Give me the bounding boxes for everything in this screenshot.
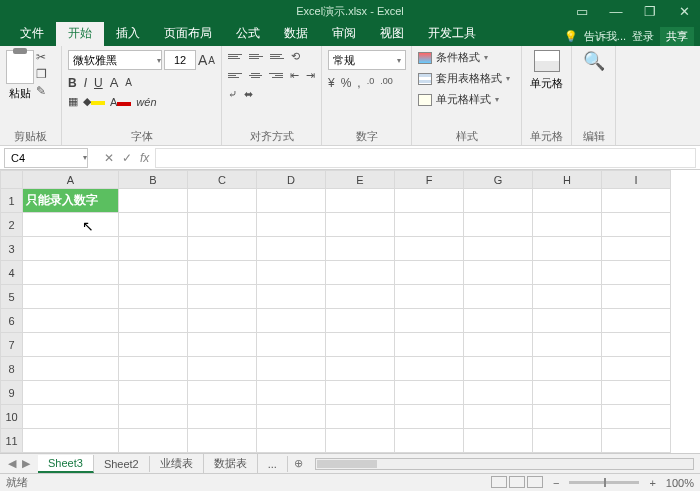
cell-C4[interactable] (188, 261, 257, 285)
cell-B8[interactable] (119, 357, 188, 381)
cell-G11[interactable] (464, 429, 533, 453)
tab-home[interactable]: 开始 (56, 21, 104, 46)
row-header-1[interactable]: 1 (1, 189, 23, 213)
cell-E8[interactable] (326, 357, 395, 381)
italic-button[interactable]: I (84, 76, 87, 90)
add-sheet-icon[interactable]: ⊕ (288, 457, 309, 470)
sheet-tab-more[interactable]: ... (258, 456, 288, 472)
cell-G8[interactable] (464, 357, 533, 381)
cell-A10[interactable] (23, 405, 119, 429)
row-header-3[interactable]: 3 (1, 237, 23, 261)
cell-D9[interactable] (257, 381, 326, 405)
cell-E7[interactable] (326, 333, 395, 357)
cell-I4[interactable] (602, 261, 671, 285)
number-format-select[interactable]: 常规▾ (328, 50, 406, 70)
zoom-level[interactable]: 100% (666, 477, 694, 489)
row-header-10[interactable]: 10 (1, 405, 23, 429)
paste-icon[interactable] (6, 50, 34, 84)
cell-G1[interactable] (464, 189, 533, 213)
col-header-H[interactable]: H (533, 171, 602, 189)
horizontal-scrollbar[interactable] (315, 458, 694, 470)
cell-I3[interactable] (602, 237, 671, 261)
align-left-icon[interactable] (228, 69, 242, 81)
cell-D8[interactable] (257, 357, 326, 381)
align-bottom-icon[interactable] (270, 50, 284, 62)
cell-A2[interactable] (23, 213, 119, 237)
indent-dec-icon[interactable]: ⇤ (290, 69, 299, 82)
tab-file[interactable]: 文件 (8, 21, 56, 46)
formula-bar[interactable] (155, 148, 696, 168)
cell-B5[interactable] (119, 285, 188, 309)
cell-H8[interactable] (533, 357, 602, 381)
cell-A9[interactable] (23, 381, 119, 405)
cell-E3[interactable] (326, 237, 395, 261)
cell-H2[interactable] (533, 213, 602, 237)
tab-developer[interactable]: 开发工具 (416, 21, 488, 46)
col-header-A[interactable]: A (23, 171, 119, 189)
cell-C11[interactable] (188, 429, 257, 453)
align-right-icon[interactable] (269, 69, 283, 81)
row-header-11[interactable]: 11 (1, 429, 23, 453)
tab-data[interactable]: 数据 (272, 21, 320, 46)
cell-D7[interactable] (257, 333, 326, 357)
cell-A5[interactable] (23, 285, 119, 309)
cell-G6[interactable] (464, 309, 533, 333)
cell-B6[interactable] (119, 309, 188, 333)
align-middle-icon[interactable] (249, 50, 263, 62)
font-size-select[interactable]: 12 (164, 50, 196, 70)
fill-color-button[interactable]: ◆ (83, 95, 105, 108)
sheet-tab-perf[interactable]: 业绩表 (150, 454, 204, 473)
tab-formulas[interactable]: 公式 (224, 21, 272, 46)
cell-C7[interactable] (188, 333, 257, 357)
cell-E4[interactable] (326, 261, 395, 285)
phonetic-icon[interactable]: wén (136, 96, 156, 108)
zoom-slider[interactable] (569, 481, 639, 484)
cell-B7[interactable] (119, 333, 188, 357)
cell-F6[interactable] (395, 309, 464, 333)
col-header-I[interactable]: I (602, 171, 671, 189)
cell-C8[interactable] (188, 357, 257, 381)
find-icon[interactable]: 🔍 (578, 50, 609, 72)
cell-G2[interactable] (464, 213, 533, 237)
cell-A3[interactable] (23, 237, 119, 261)
cancel-formula-icon[interactable]: ✕ (104, 151, 114, 165)
cell-B10[interactable] (119, 405, 188, 429)
cell-A8[interactable] (23, 357, 119, 381)
cell-F9[interactable] (395, 381, 464, 405)
cell-D4[interactable] (257, 261, 326, 285)
cell-F4[interactable] (395, 261, 464, 285)
col-header-F[interactable]: F (395, 171, 464, 189)
cell-I10[interactable] (602, 405, 671, 429)
wrap-text-icon[interactable]: ⤶ (228, 88, 237, 101)
name-box[interactable]: C4▾ (4, 148, 88, 168)
cell-H6[interactable] (533, 309, 602, 333)
cell-I5[interactable] (602, 285, 671, 309)
cell-F1[interactable] (395, 189, 464, 213)
maximize-icon[interactable]: ❐ (634, 4, 666, 19)
worksheet-grid[interactable]: ABCDEFGHI1只能录入数字234567891011 (0, 170, 671, 453)
cell-B1[interactable] (119, 189, 188, 213)
format-as-table-button[interactable]: 套用表格格式▾ (418, 71, 515, 86)
cell-C10[interactable] (188, 405, 257, 429)
minimize-icon[interactable]: — (600, 4, 632, 19)
cell-I6[interactable] (602, 309, 671, 333)
cell-H11[interactable] (533, 429, 602, 453)
tell-me[interactable]: 告诉我... (584, 29, 626, 44)
cell-H3[interactable] (533, 237, 602, 261)
cell-F11[interactable] (395, 429, 464, 453)
row-header-5[interactable]: 5 (1, 285, 23, 309)
cell-D2[interactable] (257, 213, 326, 237)
copy-icon[interactable]: ❐ (36, 67, 47, 81)
cell-C2[interactable] (188, 213, 257, 237)
col-header-C[interactable]: C (188, 171, 257, 189)
paste-button[interactable]: 粘贴 (6, 86, 34, 101)
cell-F7[interactable] (395, 333, 464, 357)
sheet-tab-data[interactable]: 数据表 (204, 454, 258, 473)
grow-font-icon[interactable]: A (198, 52, 207, 68)
cell-I9[interactable] (602, 381, 671, 405)
cells-button[interactable]: 单元格 (528, 76, 565, 91)
select-all-corner[interactable] (1, 171, 23, 189)
col-header-G[interactable]: G (464, 171, 533, 189)
cell-G10[interactable] (464, 405, 533, 429)
cell-F10[interactable] (395, 405, 464, 429)
